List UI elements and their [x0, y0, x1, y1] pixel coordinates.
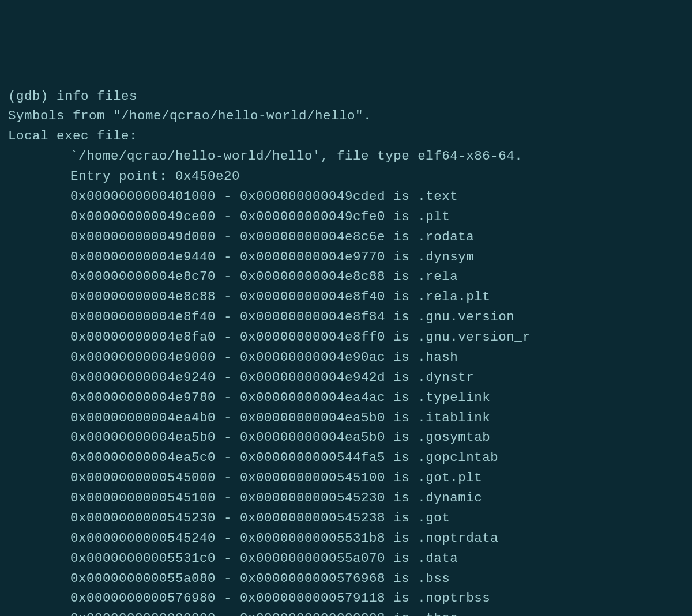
exec-file-type: elf64-x86-64 — [418, 149, 514, 164]
section-is: is — [385, 289, 418, 304]
section-name: .gosymtab — [418, 430, 490, 445]
symbols-from-suffix: ". — [355, 108, 371, 123]
section-name: .dynstr — [418, 370, 474, 385]
section-is: is — [385, 611, 418, 616]
section-name: .gopclntab — [418, 450, 498, 465]
section-end: 0x00000000004e8f84 — [240, 309, 385, 324]
section-name: .typelink — [418, 390, 490, 405]
section-start: 0x00000000004ea5b0 — [70, 430, 216, 445]
section-is: is — [385, 591, 418, 606]
section-end: 0x00000000004e8c88 — [240, 269, 385, 284]
section-name: .tbss — [418, 611, 458, 616]
section-end: 0x0000000000544fa5 — [240, 450, 385, 465]
section-dash: - — [216, 250, 240, 264]
section-end: 0x00000000004e8c6e — [240, 229, 385, 244]
section-start: 0x00000000004e8f40 — [70, 309, 216, 324]
section-is: is — [385, 229, 418, 244]
section-dash: - — [216, 511, 240, 526]
section-dash: - — [216, 571, 240, 586]
section-dash: - — [216, 209, 240, 224]
section-name: .noptrdata — [418, 531, 498, 546]
section-start: 0x00000000004e9780 — [70, 390, 216, 405]
section-dash: - — [216, 551, 240, 566]
section-is: is — [385, 250, 418, 264]
section-end: 0x00000000004e8f40 — [240, 289, 385, 304]
section-end: 0x00000000005531b8 — [240, 531, 385, 546]
section-end: 0x0000000000576968 — [240, 571, 385, 586]
section-name: .text — [418, 189, 458, 204]
section-dash: - — [216, 450, 240, 465]
section-dash: - — [216, 611, 240, 616]
section-start: 0x00000000005531c0 — [70, 551, 216, 566]
symbols-from-path: /home/qcrao/hello-world/hello — [121, 108, 355, 123]
section-dash: - — [216, 229, 240, 244]
section-name: .hash — [418, 350, 458, 365]
section-end: 0x0000000000545238 — [240, 511, 385, 526]
section-is: is — [385, 450, 418, 465]
section-dash: - — [216, 330, 240, 345]
section-dash: - — [216, 531, 240, 546]
section-is: is — [385, 551, 418, 566]
section-is: is — [385, 209, 418, 224]
section-end: 0x00000000004e8ff0 — [240, 330, 385, 345]
section-name: .data — [418, 551, 458, 566]
section-name: .rela — [418, 269, 458, 284]
section-end: 0x00000000004ea5b0 — [240, 430, 385, 445]
section-name: .dynsym — [418, 250, 474, 264]
gdb-command: info files — [57, 89, 137, 104]
section-end: 0x00000000004e9770 — [240, 250, 385, 264]
section-end: 0x0000000000545100 — [240, 470, 385, 485]
section-name: .itablink — [418, 410, 490, 425]
section-end: 0x00000000004e90ac — [240, 350, 385, 365]
section-start: 0x00000000004e9240 — [70, 370, 216, 385]
section-name: .got.plt — [418, 470, 482, 485]
section-dash: - — [216, 470, 240, 485]
section-is: is — [385, 490, 418, 505]
section-is: is — [385, 189, 418, 204]
section-dash: - — [216, 430, 240, 445]
section-is: is — [385, 410, 418, 425]
section-start: 0x00000000004e8c88 — [70, 289, 216, 304]
section-dash: - — [216, 490, 240, 505]
section-name: .gnu.version_r — [418, 330, 531, 345]
section-is: is — [385, 330, 418, 345]
section-end: 0x00000000004ea5b0 — [240, 410, 385, 425]
section-start: 0x0000000000000000 — [70, 611, 216, 616]
section-is: is — [385, 370, 418, 385]
section-start: 0x0000000000545230 — [70, 511, 216, 526]
section-start: 0x0000000000401000 — [70, 189, 216, 204]
section-dash: - — [216, 309, 240, 324]
section-name: .got — [418, 511, 450, 526]
section-dash: - — [216, 591, 240, 606]
section-dash: - — [216, 370, 240, 385]
section-start: 0x00000000004e8fa0 — [70, 330, 216, 345]
section-dash: - — [216, 269, 240, 284]
section-start: 0x000000000049ce00 — [70, 209, 216, 224]
section-name: .rela.plt — [418, 289, 490, 304]
section-is: is — [385, 309, 418, 324]
section-end: 0x00000000004e942d — [240, 370, 385, 385]
section-dash: - — [216, 289, 240, 304]
section-start: 0x00000000004e8c70 — [70, 269, 216, 284]
local-exec-file-label: Local exec file: — [8, 129, 137, 143]
section-is: is — [385, 571, 418, 586]
section-is: is — [385, 350, 418, 365]
section-dash: - — [216, 390, 240, 405]
section-dash: - — [216, 189, 240, 204]
section-start: 0x0000000000545240 — [70, 531, 216, 546]
section-end: 0x000000000049cded — [240, 189, 385, 204]
section-end: 0x0000000000545230 — [240, 490, 385, 505]
exec-file-suffix: . — [514, 149, 522, 164]
section-name: .plt — [418, 209, 450, 224]
section-start: 0x00000000004ea4b0 — [70, 410, 216, 425]
section-name: .noptrbss — [418, 591, 490, 606]
section-dash: - — [216, 410, 240, 425]
section-end: 0x000000000049cfe0 — [240, 209, 385, 224]
section-is: is — [385, 390, 418, 405]
entry-point-label: Entry point: — [70, 169, 175, 184]
section-name: .rodata — [418, 229, 474, 244]
entry-point-value: 0x450e20 — [175, 169, 240, 184]
terminal-output[interactable]: (gdb) info filesSymbols from "/home/qcra… — [8, 86, 684, 617]
section-start: 0x0000000000576980 — [70, 591, 216, 606]
section-start: 0x0000000000545100 — [70, 490, 216, 505]
